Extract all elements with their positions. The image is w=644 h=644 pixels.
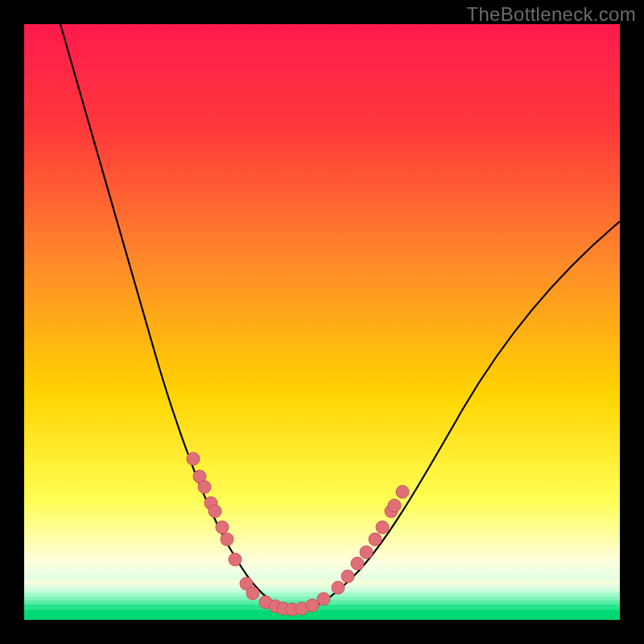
svg-point-9 (187, 452, 200, 465)
svg-point-13 (208, 505, 221, 518)
svg-point-30 (369, 533, 382, 546)
svg-point-24 (306, 599, 319, 612)
svg-point-14 (216, 521, 229, 534)
svg-point-27 (341, 570, 354, 583)
svg-point-25 (317, 592, 330, 605)
bottleneck-curve (24, 24, 620, 620)
svg-point-29 (360, 546, 373, 559)
svg-point-33 (388, 499, 401, 512)
svg-point-15 (221, 533, 233, 546)
svg-point-11 (198, 481, 211, 493)
svg-point-28 (351, 557, 364, 570)
plot-frame (24, 24, 620, 620)
curve-path (60, 24, 620, 610)
watermark-text: TheBottleneck.com (466, 3, 636, 26)
svg-point-34 (396, 485, 409, 498)
svg-point-26 (332, 581, 345, 594)
svg-point-18 (246, 587, 259, 600)
curve-markers (187, 452, 409, 616)
svg-point-16 (229, 553, 242, 566)
svg-point-31 (376, 521, 389, 534)
